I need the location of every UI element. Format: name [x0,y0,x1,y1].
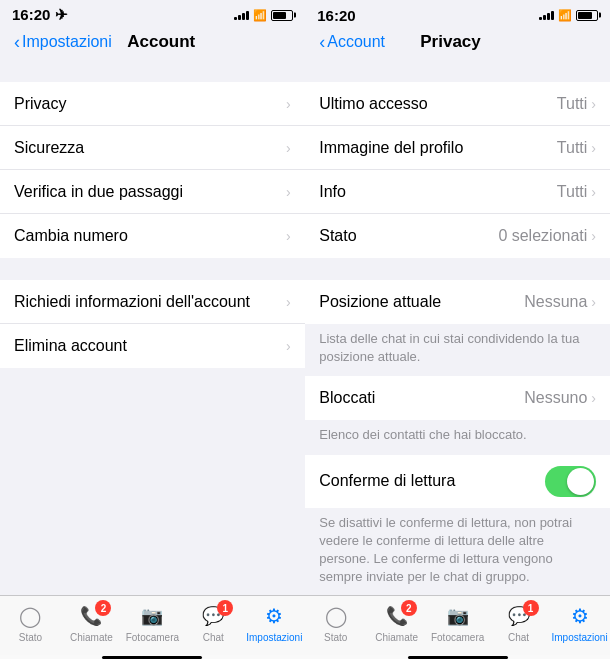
conferme-lettura-description: Se disattivi le conferme di lettura, non… [305,508,610,595]
account-group-2: Richiedi informazioni dell'account › Eli… [0,280,305,368]
cambia-numero-row[interactable]: Cambia numero › [0,214,305,258]
tab-chiamate-label: Chiamate [70,632,113,643]
tab-bar-left: ◯ Stato 📞 2 Chiamate 📷 Fotocamera 💬 [0,595,305,655]
ultimo-accesso-label: Ultimo accesso [319,95,557,113]
tab-fotocamera-left[interactable]: 📷 Fotocamera [122,602,183,643]
tab-icon-wrap-chiamate: 📞 2 [77,602,105,630]
tab-chat-right[interactable]: 💬 1 Chat [488,602,549,643]
battery-icon-right [576,10,598,21]
tab-stato-label-r: Stato [324,632,347,643]
tab-icon-wrap-fotocamera-r: 📷 [444,602,472,630]
tab-stato-label: Stato [19,632,42,643]
chevron-back-icon: ‹ [14,33,20,51]
tab-stato-left[interactable]: ◯ Stato [0,602,61,643]
elimina-account-row[interactable]: Elimina account › [0,324,305,368]
tab-badge-chat: 1 [217,600,233,616]
status-bar-right: 16:20 📶 [305,0,610,28]
tab-fotocamera-right[interactable]: 📷 Fotocamera [427,602,488,643]
chevron-icon: › [591,96,596,112]
account-group-1: Privacy › Sicurezza › Verifica in due pa… [0,82,305,258]
ultimo-accesso-row[interactable]: Ultimo accesso Tutti › [305,82,610,126]
richiedi-info-row[interactable]: Richiedi informazioni dell'account › [0,280,305,324]
time-right: 16:20 [317,7,355,24]
chevron-icon: › [591,228,596,244]
bloccati-label: Bloccati [319,389,524,407]
tab-bar-right: ◯ Stato 📞 2 Chiamate 📷 Fotocamera 💬 [305,595,610,655]
tab-chat-left[interactable]: 💬 1 Chat [183,602,244,643]
chevron-icon: › [591,140,596,156]
conferme-lettura-toggle[interactable] [545,466,596,497]
tab-chiamate-left[interactable]: 📞 2 Chiamate [61,602,122,643]
bloccati-row[interactable]: Bloccati Nessuno › [305,376,610,420]
status-bar-left: 16:20 ✈ 📶 [0,0,305,28]
cambia-numero-label: Cambia numero [14,227,286,245]
tab-icon-wrap-stato: ◯ [16,602,44,630]
bloccati-description: Elenco dei contatti che hai bloccato. [305,420,610,454]
tab-chat-label: Chat [203,632,224,643]
richiedi-info-label: Richiedi informazioni dell'account [14,293,286,311]
nav-bar-privacy: ‹ Account Privacy [305,28,610,60]
tab-fotocamera-label-r: Fotocamera [431,632,484,643]
tab-icon-wrap-chat: 💬 1 [199,602,227,630]
sicurezza-label: Sicurezza [14,139,286,157]
time-left: 16:20 ✈ [12,6,68,24]
posizione-description: Lista delle chat in cui stai condividend… [305,324,610,376]
tab-chiamate-label-r: Chiamate [375,632,418,643]
info-row[interactable]: Info Tutti › [305,170,610,214]
chevron-icon: › [286,96,291,112]
account-screen: 16:20 ✈ 📶 ‹ Impostazioni Account [0,0,305,659]
page-title-privacy: Privacy [420,32,481,52]
bloccati-value: Nessuno [524,389,587,407]
chevron-icon: › [286,338,291,354]
posizione-value: Nessuna [524,293,587,311]
tab-fotocamera-label: Fotocamera [126,632,179,643]
nav-bar-account: ‹ Impostazioni Account [0,28,305,60]
back-button-privacy[interactable]: ‹ Account [319,33,385,51]
wifi-icon-right: 📶 [558,9,572,22]
impostazioni-icon-r: ⚙ [571,604,589,628]
fotocamera-icon-r: 📷 [447,605,469,627]
stato-row[interactable]: Stato 0 selezionati › [305,214,610,258]
tab-badge-chiamate: 2 [95,600,111,616]
privacy-settings-content: Ultimo accesso Tutti › Immagine del prof… [305,60,610,595]
conferme-lettura-row[interactable]: Conferme di lettura [305,455,610,508]
tab-icon-wrap-chiamate-r: 📞 2 [383,602,411,630]
status-icons-left: 📶 [234,9,293,22]
privacy-group-4: Conferme di lettura [305,455,610,508]
fotocamera-icon: 📷 [141,605,163,627]
immagine-profilo-label: Immagine del profilo [319,139,557,157]
stato-value: 0 selezionati [498,227,587,245]
stato-icon-r: ◯ [325,604,347,628]
tab-icon-wrap-impostazioni-r: ⚙ [566,602,594,630]
tab-chat-label-r: Chat [508,632,529,643]
ultimo-accesso-value: Tutti [557,95,588,113]
privacy-group-2: Posizione attuale Nessuna › [305,280,610,324]
privacy-row[interactable]: Privacy › [0,82,305,126]
stato-icon: ◯ [19,604,41,628]
privacy-label: Privacy [14,95,286,113]
tab-badge-chat-r: 1 [523,600,539,616]
posizione-row[interactable]: Posizione attuale Nessuna › [305,280,610,324]
tab-chiamate-right[interactable]: 📞 2 Chiamate [366,602,427,643]
immagine-profilo-row[interactable]: Immagine del profilo Tutti › [305,126,610,170]
verifica-label: Verifica in due passaggi [14,183,286,201]
tab-impostazioni-right[interactable]: ⚙ Impostazioni [549,602,610,643]
chevron-icon: › [591,390,596,406]
chevron-icon: › [286,140,291,156]
back-button-account[interactable]: ‹ Impostazioni [14,33,112,51]
account-settings-content: Privacy › Sicurezza › Verifica in due pa… [0,60,305,595]
chevron-icon: › [286,228,291,244]
impostazioni-icon: ⚙ [265,604,283,628]
privacy-group-3: Bloccati Nessuno › [305,376,610,420]
signal-icon [234,10,249,20]
tab-icon-wrap-fotocamera: 📷 [138,602,166,630]
wifi-icon: 📶 [253,9,267,22]
tab-stato-right[interactable]: ◯ Stato [305,602,366,643]
sicurezza-row[interactable]: Sicurezza › [0,126,305,170]
chevron-icon: › [286,184,291,200]
toggle-knob [567,468,594,495]
tab-badge-chiamate-r: 2 [401,600,417,616]
tab-impostazioni-left[interactable]: ⚙ Impostazioni [244,602,305,643]
verifica-row[interactable]: Verifica in due passaggi › [0,170,305,214]
chevron-icon: › [286,294,291,310]
